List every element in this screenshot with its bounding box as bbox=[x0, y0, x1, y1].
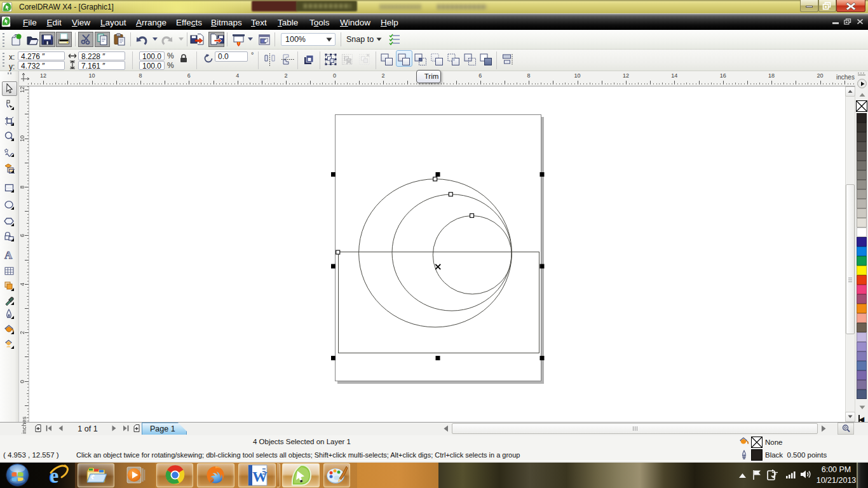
svg-text:A: A bbox=[4, 250, 13, 261]
svg-text:W: W bbox=[252, 468, 268, 485]
